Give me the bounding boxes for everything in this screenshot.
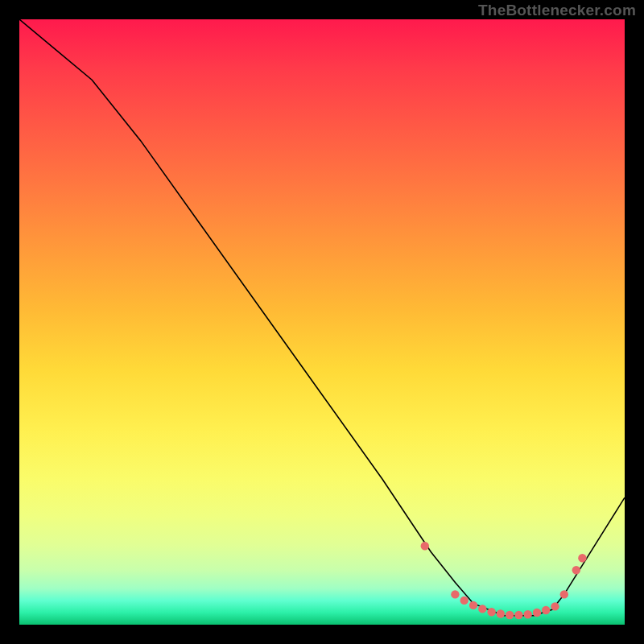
marker-dot xyxy=(506,611,514,619)
marker-dot xyxy=(533,609,541,617)
marker-dot xyxy=(487,608,495,616)
marker-dot xyxy=(421,542,429,550)
watermark-text: TheBottlenecker.com xyxy=(478,2,636,19)
chart-container: TheBottlenecker.com xyxy=(0,0,644,644)
chart-overlay xyxy=(19,19,625,625)
marker-dot xyxy=(469,601,477,609)
marker-group xyxy=(421,542,587,619)
marker-dot xyxy=(460,597,469,605)
marker-dot xyxy=(497,609,505,617)
curve-path xyxy=(19,19,625,616)
marker-dot xyxy=(572,566,580,574)
marker-dot xyxy=(542,606,550,614)
marker-dot xyxy=(514,611,522,619)
marker-dot xyxy=(524,610,532,618)
marker-dot xyxy=(551,602,559,610)
marker-dot xyxy=(478,605,486,613)
marker-dot xyxy=(578,554,586,562)
marker-dot xyxy=(560,590,568,598)
marker-dot xyxy=(451,590,459,598)
